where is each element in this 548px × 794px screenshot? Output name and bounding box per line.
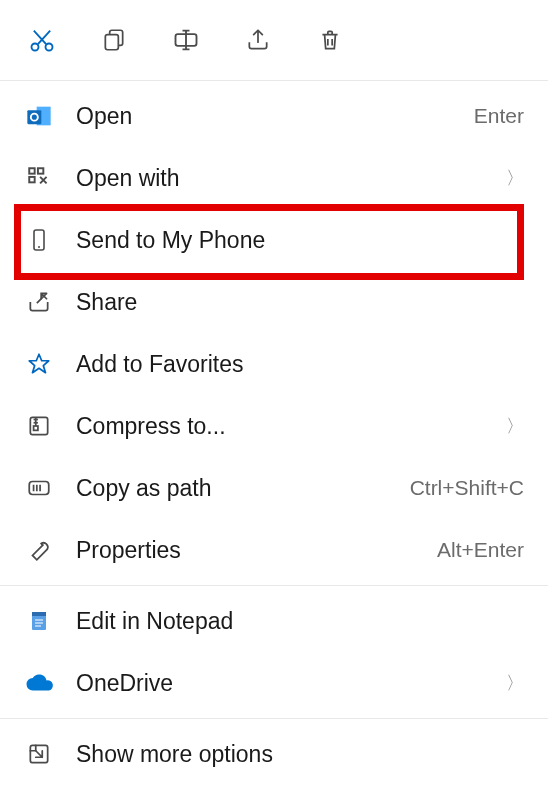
copy-button[interactable] bbox=[96, 22, 132, 58]
copy-as-path-label: Copy as path bbox=[76, 475, 388, 502]
rename-button[interactable] bbox=[168, 22, 204, 58]
outlook-icon bbox=[24, 101, 54, 131]
open-with-item[interactable]: Open with 〉 bbox=[0, 147, 548, 209]
svg-rect-20 bbox=[34, 426, 38, 430]
share-toolbar-button[interactable] bbox=[240, 22, 276, 58]
edit-in-notepad-item[interactable]: Edit in Notepad bbox=[0, 590, 548, 652]
edit-in-notepad-label: Edit in Notepad bbox=[76, 608, 524, 635]
share-item[interactable]: Share bbox=[0, 271, 548, 333]
share-icon bbox=[245, 27, 271, 53]
share-square-icon bbox=[24, 287, 54, 317]
copy-icon bbox=[101, 27, 127, 53]
open-item[interactable]: Open Enter bbox=[0, 85, 548, 147]
svg-rect-5 bbox=[105, 35, 118, 50]
separator bbox=[0, 80, 548, 81]
delete-button[interactable] bbox=[312, 22, 348, 58]
properties-shortcut: Alt+Enter bbox=[437, 538, 524, 562]
notepad-icon bbox=[24, 606, 54, 636]
share-label: Share bbox=[76, 289, 524, 316]
open-shortcut: Enter bbox=[474, 104, 524, 128]
phone-icon bbox=[24, 225, 54, 255]
separator bbox=[0, 718, 548, 719]
show-more-label: Show more options bbox=[76, 741, 524, 768]
svg-rect-12 bbox=[38, 168, 43, 173]
send-to-phone-label: Send to My Phone bbox=[76, 227, 524, 254]
svg-rect-21 bbox=[29, 482, 49, 495]
expand-icon bbox=[24, 739, 54, 769]
svg-point-1 bbox=[46, 44, 53, 51]
compress-to-label: Compress to... bbox=[76, 413, 484, 440]
path-icon bbox=[24, 473, 54, 503]
properties-label: Properties bbox=[76, 537, 415, 564]
rename-icon bbox=[172, 26, 200, 54]
copy-as-path-shortcut: Ctrl+Shift+C bbox=[410, 476, 524, 500]
onedrive-item[interactable]: OneDrive 〉 bbox=[0, 652, 548, 714]
svg-rect-26 bbox=[32, 612, 46, 616]
show-more-options-item[interactable]: Show more options bbox=[0, 723, 548, 785]
wrench-icon bbox=[24, 535, 54, 565]
cut-icon bbox=[28, 26, 56, 54]
send-to-phone-item[interactable]: Send to My Phone bbox=[0, 209, 548, 271]
separator bbox=[0, 585, 548, 586]
chevron-right-icon: 〉 bbox=[506, 414, 524, 438]
copy-as-path-item[interactable]: Copy as path Ctrl+Shift+C bbox=[0, 457, 548, 519]
chevron-right-icon: 〉 bbox=[506, 166, 524, 190]
open-with-icon bbox=[24, 163, 54, 193]
open-label: Open bbox=[76, 103, 452, 130]
zip-icon bbox=[24, 411, 54, 441]
svg-rect-11 bbox=[29, 168, 34, 173]
star-icon bbox=[24, 349, 54, 379]
open-with-label: Open with bbox=[76, 165, 484, 192]
onedrive-icon bbox=[24, 668, 54, 698]
svg-rect-9 bbox=[27, 110, 41, 124]
onedrive-label: OneDrive bbox=[76, 670, 484, 697]
context-menu: Open Enter Open with 〉 Send to My Phone bbox=[0, 0, 548, 785]
add-to-favorites-item[interactable]: Add to Favorites bbox=[0, 333, 548, 395]
toolbar bbox=[0, 14, 548, 76]
compress-to-item[interactable]: Compress to... 〉 bbox=[0, 395, 548, 457]
delete-icon bbox=[317, 27, 343, 53]
svg-rect-13 bbox=[29, 177, 34, 182]
properties-item[interactable]: Properties Alt+Enter bbox=[0, 519, 548, 581]
chevron-right-icon: 〉 bbox=[506, 671, 524, 695]
add-to-favorites-label: Add to Favorites bbox=[76, 351, 524, 378]
svg-point-0 bbox=[32, 44, 39, 51]
cut-button[interactable] bbox=[24, 22, 60, 58]
